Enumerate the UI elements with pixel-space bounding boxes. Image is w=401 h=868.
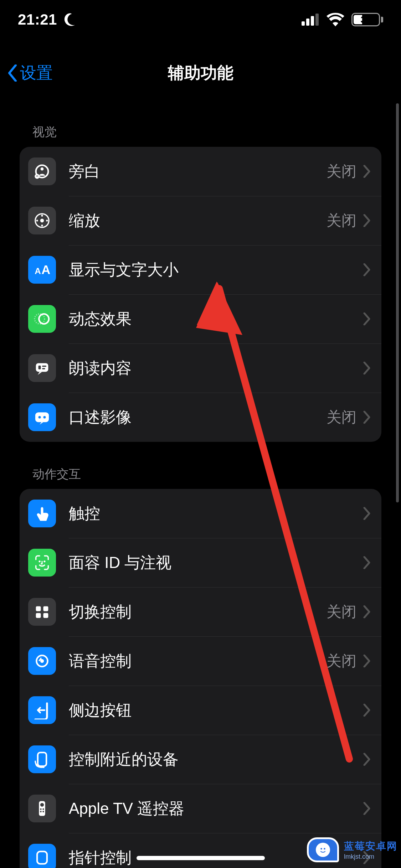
row-voiceover[interactable]: 旁白 关闭 [20, 147, 381, 196]
watermark: 蓝莓安卓网 lmkjst.com [307, 837, 397, 862]
row-label: 朗读内容 [69, 358, 363, 379]
back-button[interactable]: 设置 [0, 62, 53, 84]
chevron-right-icon [363, 802, 371, 815]
svg-point-8 [40, 219, 44, 222]
do-not-disturb-icon [63, 13, 77, 26]
row-label: 动态效果 [69, 309, 363, 330]
row-audio-descriptions[interactable]: 口述影像 关闭 [20, 393, 381, 442]
row-side-button[interactable]: 侧边按钮 [20, 686, 381, 735]
nearby-devices-icon [28, 745, 56, 773]
svg-rect-18 [38, 366, 41, 369]
chevron-right-icon [363, 362, 371, 374]
row-label: 口述影像 [69, 407, 327, 428]
battery-icon: 33 [351, 13, 383, 26]
svg-rect-29 [43, 613, 48, 618]
svg-point-5 [41, 167, 44, 171]
chevron-right-icon [363, 165, 371, 178]
chevron-right-icon [363, 556, 371, 569]
section-vision: 旁白 关闭 缩放 关闭 AA 显示与文字大小 [20, 147, 381, 442]
chevron-right-icon [363, 507, 371, 520]
row-label: 显示与文字大小 [69, 259, 363, 280]
status-time: 21:21 [18, 11, 57, 28]
section-header-physical: 动作交互 [20, 442, 381, 489]
svg-point-44 [324, 848, 325, 850]
row-zoom[interactable]: 缩放 关闭 [20, 196, 381, 245]
svg-text:A: A [41, 263, 50, 277]
row-label: 切换控制 [69, 601, 327, 622]
svg-point-22 [38, 416, 41, 419]
svg-rect-3 [315, 14, 319, 26]
text-size-icon: AA [28, 256, 56, 284]
row-appletv-remote[interactable]: Apple TV 遥控器 [20, 784, 381, 833]
svg-point-10 [41, 224, 43, 226]
row-faceid-attention[interactable]: 面容 ID 与注视 [20, 538, 381, 587]
voice-control-icon [28, 647, 56, 675]
page-title: 辅助功能 [0, 62, 401, 84]
row-label: 语音控制 [69, 651, 327, 672]
row-value: 关闭 [327, 211, 356, 231]
svg-rect-28 [36, 613, 41, 618]
home-indicator [137, 856, 265, 860]
chevron-right-icon [363, 605, 371, 618]
wifi-icon [327, 13, 344, 26]
svg-rect-1 [306, 19, 309, 26]
spoken-content-icon [28, 354, 56, 382]
row-display-text-size[interactable]: AA 显示与文字大小 [20, 245, 381, 294]
svg-rect-27 [43, 606, 48, 611]
chevron-right-icon [363, 263, 371, 276]
voiceover-icon [28, 157, 56, 185]
svg-point-43 [320, 848, 322, 850]
row-voice-control[interactable]: 语音控制 关闭 [20, 636, 381, 686]
status-left: 21:21 [18, 11, 77, 28]
svg-point-12 [46, 219, 48, 221]
row-label: 缩放 [69, 210, 327, 231]
chevron-right-icon [363, 312, 371, 325]
row-label: 控制附近的设备 [69, 749, 363, 770]
chevron-right-icon [363, 411, 371, 424]
row-label: 面容 ID 与注视 [69, 552, 363, 573]
section-header-vision: 视觉 [20, 100, 381, 147]
svg-point-6 [35, 174, 40, 179]
svg-point-34 [40, 803, 44, 806]
side-button-icon [28, 696, 56, 724]
row-label: 侧边按钮 [69, 700, 363, 721]
status-bar: 21:21 33 [0, 0, 401, 39]
audio-descriptions-icon [28, 403, 56, 431]
row-switch-control[interactable]: 切换控制 关闭 [20, 587, 381, 636]
pointer-control-icon [28, 844, 56, 868]
svg-point-31 [40, 659, 44, 663]
svg-rect-19 [42, 366, 46, 367]
svg-point-25 [43, 560, 45, 562]
row-value: 关闭 [327, 602, 356, 622]
row-control-nearby-devices[interactable]: 控制附近的设备 [20, 735, 381, 784]
svg-point-9 [41, 215, 43, 217]
zoom-icon [28, 207, 56, 234]
chevron-right-icon [363, 655, 371, 667]
svg-point-36 [42, 808, 44, 810]
svg-rect-20 [42, 368, 45, 369]
row-touch[interactable]: 触控 [20, 489, 381, 538]
row-value: 关闭 [327, 651, 356, 671]
motion-icon [28, 305, 56, 333]
row-label: Apple TV 遥控器 [69, 798, 363, 819]
svg-rect-17 [36, 363, 48, 372]
svg-point-23 [43, 416, 46, 419]
svg-point-11 [36, 219, 38, 221]
row-motion[interactable]: 动态效果 [20, 294, 381, 343]
content-scroll[interactable]: 视觉 旁白 关闭 缩放 关闭 AA [0, 100, 401, 868]
watermark-logo-icon [307, 837, 339, 862]
row-spoken-content[interactable]: 朗读内容 [20, 343, 381, 393]
chevron-right-icon [363, 214, 371, 227]
chevron-right-icon [363, 704, 371, 717]
svg-point-35 [40, 808, 41, 810]
svg-rect-0 [302, 21, 305, 26]
svg-rect-21 [35, 412, 49, 422]
cellular-signal-icon [302, 14, 319, 26]
watermark-line2: lmkjst.com [344, 853, 374, 861]
svg-point-37 [40, 811, 41, 812]
status-right: 33 [302, 13, 383, 26]
nav-bar: 设置 辅助功能 [0, 57, 401, 89]
row-label: 触控 [69, 503, 363, 524]
svg-rect-2 [311, 16, 314, 26]
svg-text:A: A [35, 266, 41, 276]
